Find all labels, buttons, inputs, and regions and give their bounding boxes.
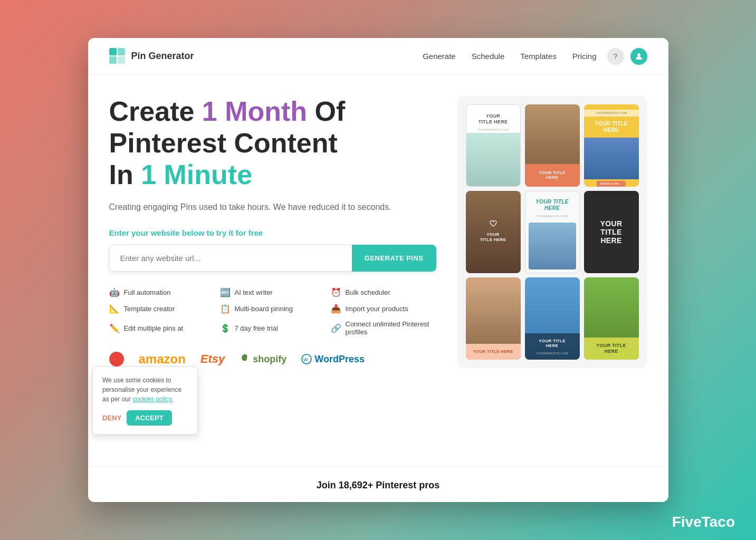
feature-free-trial: 💲 7 day free trial [220, 320, 326, 336]
hero-line1: Create [109, 96, 202, 127]
pin-card-1: YOURTITLE HERE YOURWEBSITE.COM [466, 104, 521, 187]
join-text: Join 18,692+ Pinterest pros [109, 472, 647, 494]
feature-import-products: 📥 Import your products [331, 304, 436, 314]
help-button[interactable]: ? [607, 48, 624, 65]
nav-schedule[interactable]: Schedule [472, 52, 505, 61]
svg-rect-1 [118, 48, 125, 55]
feature-label-6: Edit multiple pins at [124, 324, 184, 332]
pin1-title: YOURTITLE HERE [476, 111, 510, 127]
feature-label-7: 7 day free trial [235, 324, 278, 332]
right-panel: YOURTITLE HERE YOURWEBSITE.COM YOUR TITL… [457, 96, 647, 450]
pin2-overlay: YOUR TITLEHERE [525, 164, 580, 187]
pin-card-7: YOUR TITLE HERE [466, 277, 521, 360]
feature-label-0: Full automation [124, 288, 171, 296]
pin-card-5: YOUR TITLEHERE YOURWEBSITE.COM [525, 191, 580, 273]
feature-connect-unlimited: 🔗 Connect unlimited Pinterest profiles [331, 320, 436, 336]
brand-wordpress: W WordPress [301, 354, 365, 365]
pin9-title: YOUR TITLEHERE [586, 341, 637, 356]
connect-unlimited-icon: 🔗 [331, 323, 341, 333]
svg-point-4 [637, 53, 640, 56]
nav-templates[interactable]: Templates [520, 52, 556, 61]
pin4-heart-icon [489, 219, 497, 228]
pin7-overlay: YOUR TITLE HERE [466, 344, 521, 360]
pin-card-3: YOURWEBSITE.COM YOUR TITLEHERE Check it … [584, 104, 639, 187]
brand-etsy: Etsy [200, 352, 225, 366]
free-trial-icon: 💲 [220, 323, 231, 333]
hero-title: Create 1 Month OfPinterest ContentIn 1 M… [109, 96, 436, 190]
pins-grid: YOURTITLE HERE YOURWEBSITE.COM YOUR TITL… [457, 96, 647, 368]
full-automation-icon: 🤖 [109, 287, 120, 297]
nav-generate[interactable]: Generate [423, 52, 456, 61]
cookie-banner: We use some cookies to personalise your … [92, 367, 198, 435]
nav-links: Generate Schedule Templates Pricing [423, 52, 596, 61]
feature-label-1: AI text writer [235, 288, 273, 296]
fivetaco-watermark: FiveTaco [672, 514, 735, 531]
generate-button[interactable]: GENERATE PINS [352, 245, 436, 272]
cta-label: Enter your website below to try it for f… [109, 228, 436, 237]
pin8-overlay: YOUR TITLEHERE YOURWEBSITE.COM [525, 333, 580, 360]
brand-circle-logo [109, 352, 124, 367]
feature-edit-multiple: ✏️ Edit multiple pins at [109, 320, 215, 336]
pin-card-8: YOUR TITLEHERE YOURWEBSITE.COM [525, 277, 580, 360]
nav-pricing[interactable]: Pricing [572, 52, 597, 61]
pin-card-4: YOURTITLE HERE [466, 191, 521, 273]
cookie-link[interactable]: cookies policy. [132, 396, 173, 403]
nav-icons: ? [607, 48, 647, 65]
profile-button[interactable] [630, 48, 647, 65]
pin5-url: YOURWEBSITE.COM [534, 214, 570, 219]
svg-rect-0 [109, 48, 117, 55]
svg-rect-3 [118, 56, 125, 64]
logo-icon [109, 48, 126, 65]
pin3-cta: Check it out → [597, 181, 625, 187]
logos-row: amazon Etsy shopify W WordPress [109, 352, 436, 367]
ai-text-icon: 🔤 [220, 287, 231, 297]
deny-button[interactable]: DENY [102, 414, 121, 422]
pin3-url: YOURWEBSITE.COM [584, 110, 639, 117]
url-input[interactable] [109, 245, 352, 272]
feature-label-4: Multi-board pinning [235, 305, 293, 313]
cookie-text: We use some cookies to personalise your … [102, 375, 188, 404]
bottom-section: Join 18,692+ Pinterest pros [88, 466, 668, 502]
hero-highlight2: 1 Minute [141, 159, 252, 190]
feature-full-automation: 🤖 Full automation [109, 287, 215, 297]
feature-bulk-scheduler: ⏰ Bulk scheduler [331, 287, 436, 297]
brand-amazon: amazon [139, 352, 186, 367]
pin-card-6: YOURTITLEHERE [584, 191, 639, 273]
feature-ai-text: 🔤 AI text writer [220, 287, 326, 297]
url-form: GENERATE PINS [109, 245, 436, 272]
pin1-url: YOURWEBSITE.COM [475, 127, 511, 133]
features-grid: 🤖 Full automation 🔤 AI text writer ⏰ Bul… [109, 287, 436, 336]
brand-wordpress-text: WordPress [314, 354, 365, 365]
pin3-title: YOUR TITLEHERE [592, 117, 629, 138]
pin8-url: YOURWEBSITE.COM [527, 351, 578, 356]
brand-shopify-text: shopify [253, 354, 286, 365]
bulk-scheduler-icon: ⏰ [331, 287, 341, 297]
pin-card-2: YOUR TITLEHERE [525, 104, 580, 187]
svg-rect-2 [109, 56, 117, 64]
feature-template-creator: 📐 Template creator [109, 304, 215, 314]
feature-label-2: Bulk scheduler [346, 288, 390, 296]
feature-label-8: Connect unlimited Pinterest profiles [346, 320, 436, 336]
pin9-overlay: YOUR TITLEHERE [584, 338, 639, 360]
edit-multiple-icon: ✏️ [109, 323, 120, 333]
feature-label-3: Template creator [124, 305, 175, 313]
feature-multi-board: 📋 Multi-board pinning [220, 304, 326, 314]
logo-text: Pin Generator [131, 51, 194, 62]
svg-text:W: W [303, 357, 308, 362]
cookie-buttons: DENY ACCEPT [102, 410, 188, 426]
multi-board-icon: 📋 [220, 304, 231, 314]
feature-label-5: Import your products [346, 305, 408, 313]
pin6-title: YOURTITLEHERE [598, 217, 625, 247]
pin-card-9: YOUR TITLEHERE [584, 277, 639, 360]
pin8-title: YOUR TITLEHERE [527, 336, 578, 351]
template-creator-icon: 📐 [109, 304, 120, 314]
accept-button[interactable]: ACCEPT [127, 410, 171, 426]
import-products-icon: 📥 [331, 304, 341, 314]
pin2-title: YOUR TITLEHERE [527, 168, 578, 182]
hero-subtitle: Creating engaging Pins used to take hour… [109, 201, 436, 214]
pin7-title: YOUR TITLE HERE [468, 347, 519, 356]
hero-highlight1: 1 Month [202, 96, 307, 127]
pin5-title: YOUR TITLEHERE [533, 197, 570, 214]
pin4-title: YOURTITLE HERE [478, 230, 509, 244]
navbar: Pin Generator Generate Schedule Template… [88, 38, 668, 75]
